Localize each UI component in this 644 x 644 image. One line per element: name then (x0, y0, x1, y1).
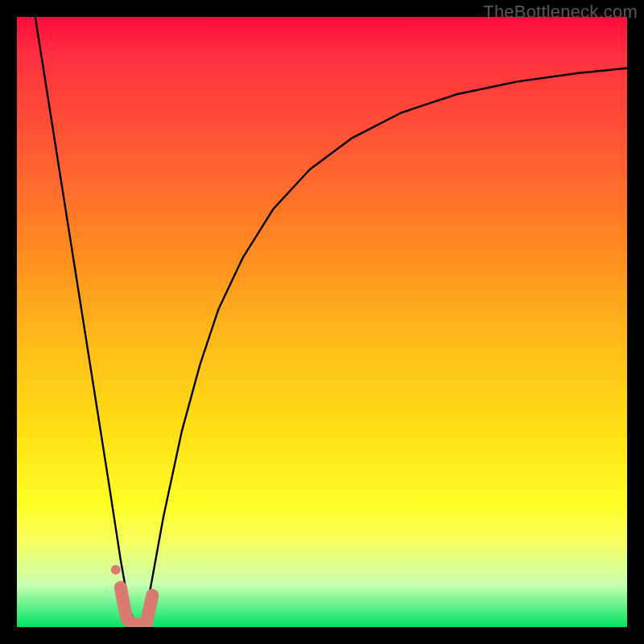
chart-frame: TheBottleneck.com (0, 0, 644, 644)
chart-svg (17, 17, 627, 627)
chart-plot-area (17, 17, 627, 627)
bottleneck-curve (35, 17, 627, 627)
marker-blob (121, 588, 152, 625)
marker-dot (111, 565, 121, 575)
watermark-text: TheBottleneck.com (483, 2, 638, 23)
